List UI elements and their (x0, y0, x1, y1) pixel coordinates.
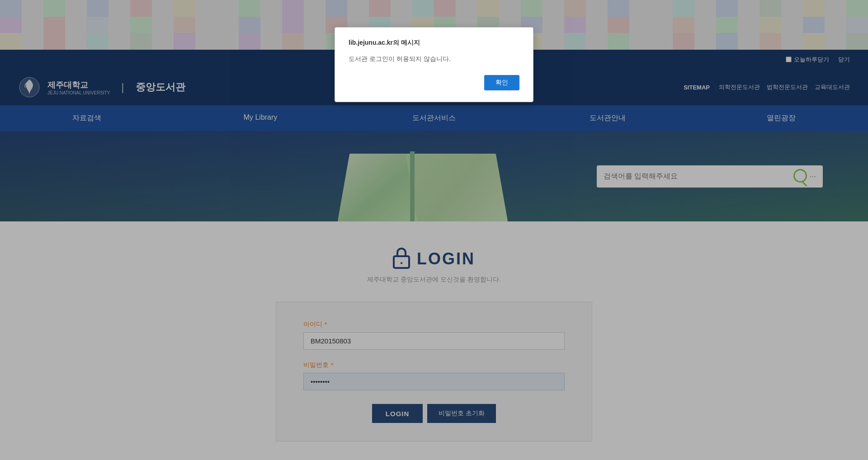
dialog-message: 도서관 로그인이 허용되지 않습니다. (349, 54, 519, 64)
dialog-footer: 확인 (349, 75, 519, 90)
dialog-confirm-button[interactable]: 확인 (484, 75, 519, 90)
dialog-box: lib.jejunu.ac.kr의 메시지 도서관 로그인이 허용되지 않습니다… (335, 27, 533, 102)
dialog-title: lib.jejunu.ac.kr의 메시지 (349, 39, 519, 47)
dialog-overlay: lib.jejunu.ac.kr의 메시지 도서관 로그인이 허용되지 않습니다… (0, 0, 868, 460)
